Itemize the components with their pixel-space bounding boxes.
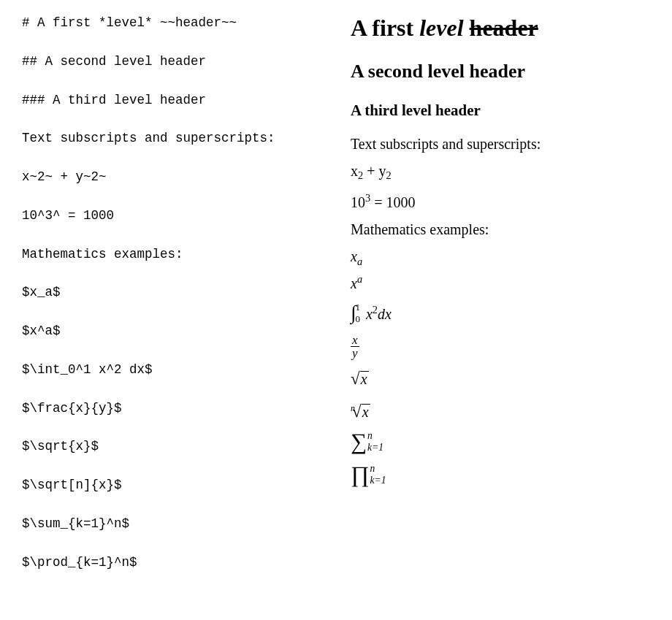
src-line: # A first *level* ~~header~~	[22, 15, 321, 31]
sigma-symbol: ∑	[351, 430, 367, 453]
src-line: $\sqrt[n]{x}$	[22, 477, 321, 494]
surd-symbol: √	[352, 403, 362, 420]
sum-lower: k=1	[367, 443, 383, 453]
heading-3: A third level header	[351, 102, 650, 120]
prod-lower: k=1	[370, 475, 386, 486]
h1-text-prefix: A first	[351, 15, 419, 41]
text-superscript-expr: 103 = 1000	[351, 192, 650, 211]
integral-limits: 1 0	[355, 302, 360, 324]
var-y: y	[378, 163, 386, 179]
src-line: $\sqrt{x}$	[22, 438, 321, 455]
text-subscript-expr: x2 + y2	[351, 163, 650, 182]
fraction-icon: x y	[351, 334, 359, 361]
numerator: x	[351, 334, 359, 348]
pi-product-symbol: ∏	[351, 463, 370, 486]
math-integral: ∫ 1 0 x2dx	[351, 302, 650, 324]
src-line: $\prod_{k=1}^n$	[22, 554, 321, 571]
superscript-a: a	[357, 273, 362, 285]
subscript-2: 2	[386, 169, 391, 181]
rendered-output-column: A first level header A second level head…	[351, 15, 650, 605]
math-x-sup-a: xa	[351, 275, 650, 292]
heading-1: A first level header	[351, 15, 650, 42]
sum-upper: n	[367, 431, 383, 441]
paragraph-math-label: Mathematics examples:	[351, 221, 650, 238]
var-x: x	[351, 275, 357, 291]
radical-icon: n √ x	[351, 403, 370, 420]
src-line: $x_a$	[22, 284, 321, 301]
src-line: $\int_0^1 x^2 dx$	[22, 361, 321, 378]
radicand: x	[362, 404, 370, 420]
int-lower: 0	[355, 314, 360, 324]
summation-icon: ∑ n k=1	[351, 430, 383, 453]
heading-2: A second level header	[351, 61, 650, 83]
int-upper: 1	[355, 302, 360, 312]
src-line: ## A second level header	[22, 53, 321, 70]
var-x: x	[351, 163, 358, 179]
denominator: y	[351, 347, 359, 360]
src-line: x~2~ + y~2~	[22, 169, 321, 185]
src-line: $\sum_{k=1}^n$	[22, 516, 321, 532]
math-prod: ∏ n k=1	[351, 463, 650, 486]
prod-upper: n	[370, 464, 386, 474]
math-sqrt: √ x	[351, 370, 650, 388]
subscript-a: a	[357, 256, 362, 267]
paragraph-subsup-label: Text subscripts and superscripts:	[351, 136, 650, 153]
src-line: Mathematics examples:	[22, 246, 321, 263]
src-line: Text subscripts and superscripts:	[22, 130, 321, 147]
math-x-sub-a: xa	[351, 248, 650, 265]
math-sum: ∑ n k=1	[351, 430, 650, 453]
surd-symbol: √	[351, 370, 360, 387]
integral-icon: ∫ 1 0	[351, 302, 360, 324]
src-line: ### A third level header	[22, 92, 321, 109]
markdown-source-column: # A first *level* ~~header~~ ## A second…	[22, 15, 321, 605]
math-fraction: x y	[351, 334, 650, 361]
prod-limits: n k=1	[370, 464, 386, 485]
src-line: 10^3^ = 1000	[22, 207, 321, 224]
dx: dx	[378, 306, 392, 322]
var-x: x	[351, 248, 357, 264]
base-10: 10	[351, 194, 365, 210]
power-2: 2	[373, 304, 378, 315]
src-line: $x^a$	[22, 323, 321, 340]
h1-strike-word: header	[470, 15, 538, 41]
equals-1000: = 1000	[370, 194, 415, 210]
radical-icon: √ x	[351, 370, 369, 387]
radicand: x	[360, 371, 369, 387]
src-line: $\frac{x}{y}$	[22, 400, 321, 417]
product-icon: ∏ n k=1	[351, 463, 386, 486]
h1-italic-word: level	[419, 15, 463, 41]
plus-sign: +	[363, 163, 378, 179]
math-nth-root: n √ x	[351, 398, 650, 420]
var-x: x	[366, 306, 373, 322]
sum-limits: n k=1	[367, 431, 383, 452]
